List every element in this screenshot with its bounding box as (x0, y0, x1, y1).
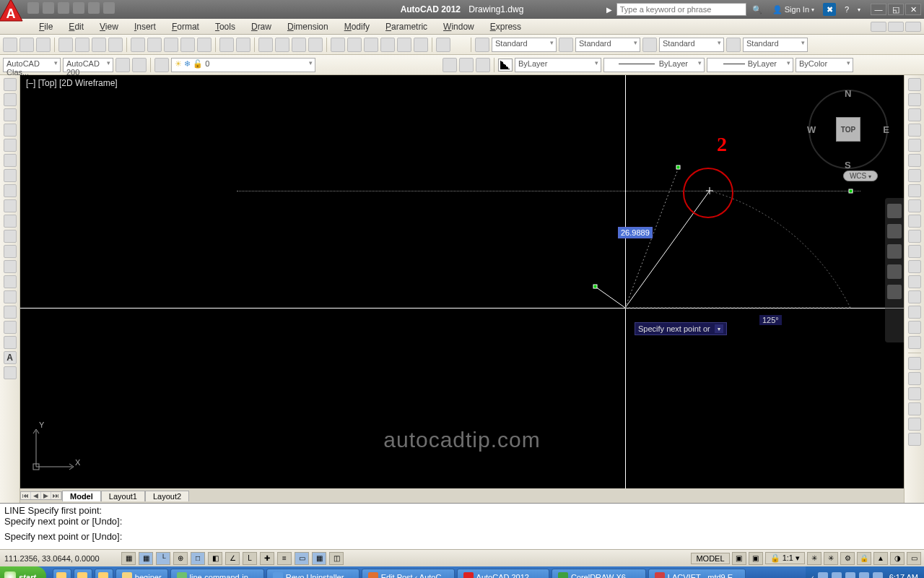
table-icon[interactable] (4, 336, 17, 349)
doc-close-button[interactable] (905, 22, 921, 32)
stretch-icon[interactable] (908, 199, 921, 212)
break-at-icon[interactable] (908, 245, 921, 258)
dim-style-dropdown[interactable]: Standard (575, 38, 640, 52)
anno-vis-icon[interactable]: ✳ (807, 552, 821, 565)
layer-iso-icon[interactable] (476, 58, 490, 72)
viewcube-face[interactable]: TOP (836, 117, 860, 142)
menu-file[interactable]: File (32, 20, 60, 33)
undo-icon[interactable] (219, 38, 234, 52)
cleanscreen2-icon[interactable]: ▭ (907, 552, 921, 565)
start-button[interactable]: start (0, 566, 46, 578)
isolate-icon[interactable]: ◑ (890, 552, 905, 565)
menu-dimension[interactable]: Dimension (280, 20, 336, 33)
mtext-icon[interactable]: A (4, 351, 17, 364)
workspace-dropdown[interactable]: AutoCAD Clas... (3, 58, 61, 72)
anno-scale-button[interactable]: 🔒 1:1 ▾ (765, 552, 805, 564)
new-icon[interactable] (3, 38, 17, 52)
region-icon[interactable] (4, 321, 17, 334)
task-edit-post[interactable]: Edit Post ‹ AutoC... (362, 569, 455, 578)
help-icon[interactable]: ? (840, 3, 853, 16)
sheetset-icon[interactable] (380, 38, 395, 52)
workspace-settings-icon[interactable] (116, 58, 130, 72)
redo-icon[interactable] (236, 38, 250, 52)
tab-first-icon[interactable]: ⏮ (21, 492, 31, 499)
tray-expand-icon[interactable]: ‹ (811, 574, 814, 579)
mleader-style-dropdown[interactable]: Standard (743, 38, 808, 52)
hatch-icon[interactable] (4, 290, 17, 303)
task-coreldraw[interactable]: CorelDRAW X6 - ... (552, 569, 646, 578)
make-block-icon[interactable] (4, 260, 17, 273)
plotstyle-dropdown[interactable]: ByColor (796, 58, 853, 72)
cut-icon[interactable] (131, 38, 145, 52)
command-window[interactable]: LINE Specify first point: Specify next p… (0, 503, 924, 549)
viewcube-n[interactable]: N (845, 88, 851, 99)
workspace-switch-icon[interactable]: ⚙ (840, 552, 855, 565)
grid-toggle[interactable]: ▦ (139, 552, 153, 565)
otrack-toggle[interactable]: ∠ (225, 552, 240, 565)
layer-dropdown[interactable]: ☀ ❄ 🔓 0 (171, 58, 315, 72)
tray-icon-3[interactable] (845, 572, 855, 578)
polygon-icon[interactable] (4, 124, 17, 137)
ducs-toggle[interactable]: L (243, 552, 257, 565)
mirror-icon[interactable] (908, 108, 921, 121)
help-dropdown-icon[interactable]: ▾ (858, 7, 860, 13)
point-icon[interactable] (4, 275, 17, 288)
dimstyle-icon[interactable] (559, 38, 573, 52)
qat-new-icon[interactable] (27, 2, 39, 14)
open-icon[interactable] (19, 38, 34, 52)
signin-button[interactable]: 👤Sign In▾ (768, 5, 819, 14)
textstyle-icon[interactable] (475, 38, 489, 52)
3ddwf-icon[interactable] (108, 38, 123, 52)
exchange-icon[interactable]: ✖ (823, 3, 836, 16)
tablestyle-icon[interactable] (642, 38, 657, 52)
toolbar-lock-icon[interactable]: 🔒 (857, 552, 871, 565)
menu-tools[interactable]: Tools (208, 20, 243, 33)
tpy-toggle[interactable]: ▭ (295, 552, 309, 565)
chamfer-icon[interactable] (908, 290, 921, 303)
qat-undo-icon[interactable] (73, 2, 84, 14)
rectangle-icon[interactable] (4, 139, 17, 152)
extend-icon[interactable] (908, 230, 921, 243)
qat-print-icon[interactable] (103, 2, 115, 14)
construction-line-icon[interactable] (4, 93, 17, 106)
menu-window[interactable]: Window (436, 20, 481, 33)
ellipse-arc-icon[interactable] (4, 230, 17, 243)
tray-icon-5[interactable] (873, 572, 883, 578)
wcs-label[interactable]: WCS ▾ (843, 171, 878, 181)
drawing-canvas[interactable]: [–] [Top] [2D Wireframe] (20, 75, 904, 488)
menu-express[interactable]: Express (483, 20, 528, 33)
dynamic-prompt-dropdown-icon[interactable]: ▾ (715, 324, 723, 333)
orbit-nav-icon[interactable] (887, 264, 902, 279)
revcloud-icon[interactable] (4, 184, 17, 197)
fillet-icon[interactable] (908, 306, 921, 319)
line-icon[interactable] (4, 78, 17, 91)
ortho-toggle[interactable]: └ (156, 552, 170, 565)
viewcube[interactable]: TOP N S E W (808, 90, 888, 169)
task-revo[interactable]: Revo Uninstaller ... (266, 569, 359, 578)
task-beginer[interactable]: beginer (116, 569, 168, 578)
sc-toggle[interactable]: ◫ (329, 552, 344, 565)
steering-wheel-icon[interactable] (887, 204, 902, 218)
viewcube-s[interactable]: S (845, 160, 851, 171)
table-style-dropdown[interactable]: Standard (659, 38, 724, 52)
matchprop-icon[interactable] (180, 38, 195, 52)
scale-icon[interactable] (908, 184, 921, 197)
doc-restore-button[interactable] (888, 22, 904, 32)
showmotion-icon[interactable] (887, 285, 902, 299)
lwt-toggle[interactable]: ≡ (277, 552, 292, 565)
print-icon[interactable] (58, 38, 73, 52)
blend-icon[interactable] (908, 321, 921, 334)
tray-icon-1[interactable] (818, 572, 828, 578)
quickview-drawings-icon[interactable]: ▣ (749, 552, 763, 565)
paste-icon[interactable] (164, 38, 178, 52)
lineweight-dropdown[interactable]: ByLayer (707, 58, 793, 72)
minimize-button[interactable]: — (871, 4, 886, 15)
tab-next-icon[interactable]: ▶ (41, 492, 51, 499)
tab-layout1[interactable]: Layout1 (101, 491, 145, 501)
menu-format[interactable]: Format (165, 20, 206, 33)
cleanscreen-icon[interactable] (436, 38, 450, 52)
tab-model[interactable]: Model (62, 491, 101, 501)
draworder5-icon[interactable] (908, 418, 921, 431)
app-menu-icon[interactable]: A (0, 0, 26, 26)
quicklaunch-1[interactable] (53, 569, 71, 578)
